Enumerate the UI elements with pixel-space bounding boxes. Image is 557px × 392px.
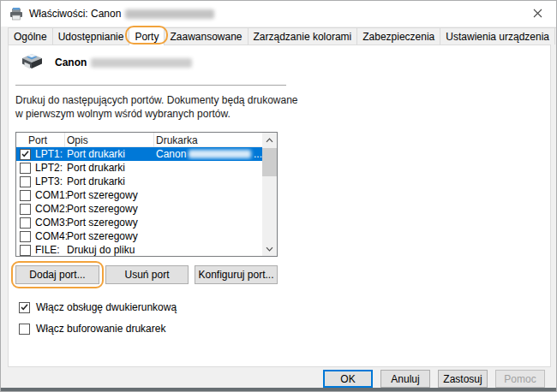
check-icon [21, 304, 28, 311]
ports-description-line2: w pierwszym wolnym wśród wybranych portó… [15, 107, 298, 121]
close-icon [533, 9, 542, 18]
port-name: LPT1: [35, 148, 67, 160]
column-header-drukarka[interactable]: Drukarka [154, 133, 277, 147]
port-description: Port szeregowy [67, 230, 156, 242]
redacted-printer-model [189, 150, 251, 158]
window-title: Właściwości: Canon [29, 8, 121, 20]
vertical-scrollbar[interactable] [262, 133, 277, 256]
ports-description-line1: Drukuj do następujących portów. Dokument… [15, 93, 298, 107]
port-description: Port szeregowy [67, 217, 156, 229]
ports-list-header: Port Opis Drukarka [16, 133, 277, 147]
port-name: LPT2: [35, 162, 67, 174]
tab-label: Ogólne [14, 31, 47, 43]
port-printer-name: Canon [156, 148, 186, 160]
truncation-ellipsis: ... [254, 148, 262, 160]
ports-list: Port Opis Drukarka LPT1: Port drukarki C… [15, 132, 278, 257]
chevron-down-icon [266, 246, 273, 252]
check-icon [21, 151, 29, 157]
window-bottom-edge [1, 388, 557, 391]
redacted-printer-model [91, 58, 192, 68]
port-description: Drukuj do pliku [67, 244, 156, 256]
delete-port-button[interactable]: Usuń port [105, 265, 189, 284]
close-button[interactable] [518, 1, 556, 26]
tab-label: Zarządzanie kolorami [254, 31, 352, 43]
checkbox-unchecked[interactable] [20, 204, 31, 215]
titlebar: Właściwości: Canon [1, 1, 556, 27]
port-description: Port drukarki [67, 148, 156, 160]
printer-name: Canon [55, 56, 87, 68]
checkbox-unchecked[interactable] [19, 324, 30, 335]
tab-zaawansowane[interactable]: Zaawansowane [164, 27, 248, 45]
tab-ogolne[interactable]: Ogólne [8, 27, 53, 45]
tab-zarzadzanie-kolorami[interactable]: Zarządzanie kolorami [248, 27, 358, 45]
cancel-button[interactable]: Anuluj [380, 370, 430, 388]
help-button: Pomoc [495, 370, 545, 388]
tab-ustawienia-urzadzenia[interactable]: Ustawienia urządzenia [440, 27, 555, 45]
printer-spooling-option[interactable]: Włącz buforowanie drukarek [19, 323, 165, 335]
tab-label: Zabezpieczenia [362, 31, 434, 43]
checkbox-unchecked[interactable] [20, 245, 31, 256]
tab-label: Porty [135, 31, 159, 43]
port-name: COM2: [35, 203, 67, 215]
printer-properties-window: Właściwości: Canon Ogólne Udostępnianie … [0, 0, 557, 392]
port-name: COM1: [35, 189, 67, 201]
printer-device-icon [19, 52, 45, 73]
ok-button[interactable]: OK [323, 370, 373, 388]
port-name: COM3: [35, 217, 67, 229]
scrollbar-thumb[interactable] [262, 148, 277, 176]
port-description: Port drukarki [67, 175, 156, 187]
checkbox-unchecked[interactable] [20, 176, 31, 187]
port-row-lpt3[interactable]: LPT3: Port drukarki [16, 175, 262, 188]
port-row-lpt1[interactable]: LPT1: Port drukarki Canon... [16, 147, 262, 161]
apply-button[interactable]: Zastosuj [438, 370, 488, 388]
column-header-opis[interactable]: Opis [65, 133, 154, 147]
add-port-button[interactable]: Dodaj port... [15, 265, 99, 284]
redacted-printer-model [125, 9, 214, 19]
port-name: FILE: [35, 244, 67, 256]
configure-port-button[interactable]: Konfiguruj port... [195, 265, 278, 284]
port-row-com2[interactable]: COM2: Port szeregowy [16, 202, 262, 216]
port-row-file[interactable]: FILE: Drukuj do pliku [16, 243, 262, 257]
checkbox-checked[interactable] [19, 302, 30, 313]
port-description: Port szeregowy [67, 203, 156, 215]
tab-label: Zaawansowane [170, 31, 242, 43]
port-name: LPT3: [35, 175, 67, 187]
chevron-up-icon [266, 138, 273, 143]
port-row-com4[interactable]: COM4: Port szeregowy [16, 229, 262, 243]
printer-spooling-option-label: Włącz buforowanie drukarek [36, 323, 165, 335]
column-header-port[interactable]: Port [28, 133, 65, 147]
tab-label: Udostępnianie [58, 31, 124, 43]
port-row-com1[interactable]: COM1: Port szeregowy [16, 188, 262, 202]
checkbox-unchecked[interactable] [20, 163, 31, 174]
tab-porty[interactable]: Porty [129, 27, 165, 45]
checkbox-checked[interactable] [20, 149, 31, 160]
separator-line [15, 85, 286, 86]
bidirectional-option-label: Włącz obsługę dwukierunkową [36, 301, 177, 313]
tab-strip: Ogólne Udostępnianie Porty Zaawansowane … [8, 27, 557, 45]
ports-tab-page: Canon Drukuj do następujących portów. Do… [8, 45, 551, 367]
port-printer: Canon... [156, 148, 262, 160]
checkbox-unchecked[interactable] [20, 231, 31, 242]
dialog-button-bar: OK Anuluj Zastosuj Pomoc [1, 370, 557, 389]
ports-description: Drukuj do następujących portów. Dokument… [15, 93, 298, 121]
checkbox-unchecked[interactable] [20, 217, 31, 229]
printer-identity: Canon [19, 52, 192, 73]
tab-udostepnianie[interactable]: Udostępnianie [52, 27, 130, 45]
checkbox-unchecked[interactable] [20, 190, 31, 201]
tab-label: Ustawienia urządzenia [446, 31, 549, 43]
scrollbar-up-button[interactable] [262, 133, 277, 147]
scrollbar-down-button[interactable] [262, 241, 277, 256]
port-row-lpt2[interactable]: LPT2: Port drukarki [16, 161, 262, 175]
port-description: Port drukarki [67, 162, 156, 174]
bidirectional-option[interactable]: Włącz obsługę dwukierunkową [19, 301, 177, 313]
port-name: COM4: [35, 230, 67, 242]
printer-icon [9, 8, 23, 21]
tab-zabezpieczenia[interactable]: Zabezpieczenia [356, 27, 440, 45]
port-row-com3[interactable]: COM3: Port szeregowy [16, 216, 262, 229]
port-description: Port szeregowy [67, 189, 156, 201]
